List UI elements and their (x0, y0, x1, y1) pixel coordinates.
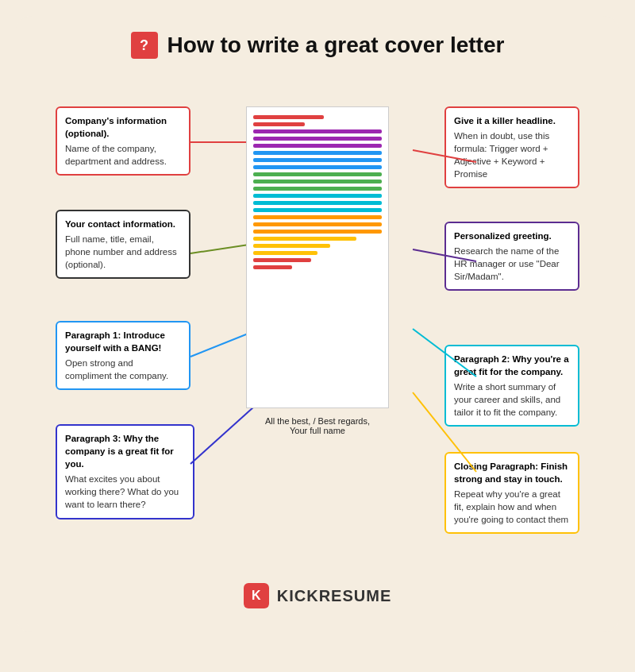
box-closing-title: Closing Paragraph: Finish strong and sta… (454, 460, 570, 485)
box-para3-title: Paragraph 3: Why the company is a great … (65, 432, 185, 470)
footer: K KICKRESUME (32, 583, 603, 616)
box-greeting-body: Research the name of the HR manager or u… (454, 245, 570, 283)
box-para3-body: What excites you about working there? Wh… (65, 473, 185, 511)
box-para3: Paragraph 3: Why the company is a great … (56, 424, 194, 519)
box-para1-title: Paragraph 1: Introduce yourself with a B… (65, 329, 181, 354)
box-headline-body: When in doubt, use this formula: Trigger… (454, 129, 570, 180)
kickresume-logo: K (244, 583, 269, 608)
box-para1: Paragraph 1: Introduce yourself with a B… (56, 321, 190, 390)
box-para1-body: Open strong and compliment the company. (65, 357, 181, 382)
box-company-info-body: Name of the company, department and addr… (65, 142, 181, 168)
box-para2: Paragraph 2: Why you're a great fit for … (444, 345, 579, 427)
box-greeting: Personalized greeting. Research the name… (444, 222, 579, 291)
box-para2-body: Write a short summary of your career and… (454, 380, 570, 419)
closing-line1: All the best, / Best regards, (246, 416, 389, 426)
box-para2-title: Paragraph 2: Why you're a great fit for … (454, 353, 570, 378)
box-contact-info-title: Your contact information. (65, 218, 181, 230)
letter-closing-text: All the best, / Best regards, Your full … (246, 416, 389, 435)
box-contact-info: Your contact information. Full name, tit… (56, 210, 190, 279)
box-closing-body: Repeat why you're a great fit, explain h… (454, 488, 570, 526)
box-company-info-title: Company's information (optional). (65, 114, 181, 140)
box-contact-info-body: Full name, title, email, phone number an… (65, 233, 181, 271)
page-title: How to write a great cover letter (167, 33, 505, 58)
box-headline: Give it a killer headline. When in doubt… (444, 106, 579, 188)
box-headline-title: Give it a killer headline. (454, 114, 570, 127)
box-closing: Closing Paragraph: Finish strong and sta… (444, 452, 579, 534)
title-icon: ? (131, 32, 158, 59)
closing-line2: Your full name (246, 426, 389, 435)
letter-document (246, 106, 389, 408)
main-container: ? How to write a great cover letter Comp (16, 16, 619, 632)
title-area: ? How to write a great cover letter (32, 32, 603, 59)
box-company-info: Company's information (optional). Name o… (56, 106, 190, 176)
box-greeting-title: Personalized greeting. (454, 230, 570, 242)
diagram-area: Company's information (optional). Name o… (32, 83, 603, 575)
kickresume-brand: KICKRESUME (277, 587, 391, 605)
